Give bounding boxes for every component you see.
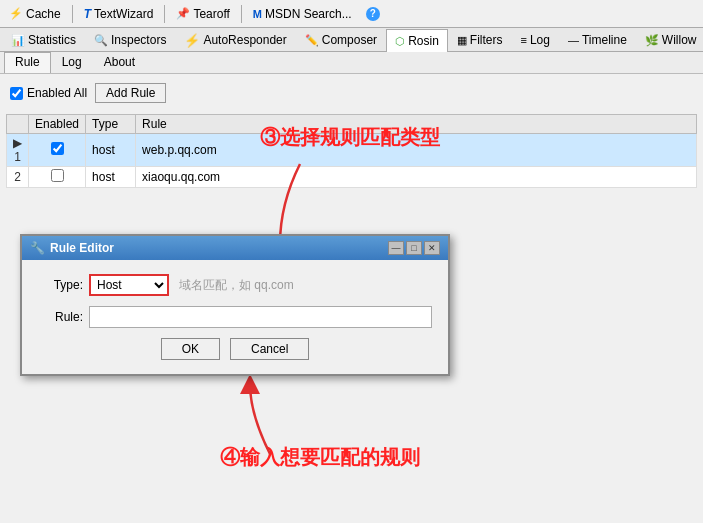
- rule-input[interactable]: [89, 306, 432, 328]
- dialog-controls: — □ ✕: [388, 241, 440, 255]
- cancel-button[interactable]: Cancel: [230, 338, 309, 360]
- tab-rosin[interactable]: ⬡ Rosin: [386, 29, 448, 52]
- dialog-buttons: OK Cancel: [38, 338, 432, 364]
- willow-icon: 🌿: [645, 34, 659, 47]
- dialog-type-row: Type: Host URL Regex 域名匹配，如 qq.com: [38, 274, 432, 296]
- toolbar-tearoff[interactable]: 📌 Tearoff: [171, 5, 234, 23]
- table-header-row: Enabled Type Rule: [7, 115, 697, 134]
- row-type-2: host: [86, 167, 136, 188]
- toolbar-textwizard[interactable]: T TextWizard: [79, 5, 159, 23]
- rules-table: Enabled Type Rule ▶ 1 host web.p.qq.com …: [6, 114, 697, 188]
- tearoff-icon: 📌: [176, 7, 190, 20]
- toolbar: ⚡ Cache T TextWizard 📌 Tearoff M MSDN Se…: [0, 0, 703, 28]
- composer-icon: ✏️: [305, 34, 319, 47]
- main-tabbar: 📊 Statistics 🔍 Inspectors ⚡ AutoResponde…: [0, 28, 703, 52]
- dialog-minimize-button[interactable]: —: [388, 241, 404, 255]
- rosin-icon: ⬡: [395, 35, 405, 48]
- table-row[interactable]: 2 host xiaoqu.qq.com: [7, 167, 697, 188]
- subtab-about[interactable]: About: [93, 52, 146, 73]
- row-enabled-2[interactable]: [29, 167, 86, 188]
- subtab-log[interactable]: Log: [51, 52, 93, 73]
- dialog-title-text: Rule Editor: [50, 241, 114, 255]
- toolbar-cache[interactable]: ⚡ Cache: [4, 5, 66, 23]
- help-icon: ?: [366, 7, 380, 21]
- ok-button[interactable]: OK: [161, 338, 220, 360]
- subtab-rule[interactable]: Rule: [4, 52, 51, 73]
- inspectors-icon: 🔍: [94, 34, 108, 47]
- timeline-icon: —: [568, 34, 579, 46]
- dialog-body: Type: Host URL Regex 域名匹配，如 qq.com Rule:: [22, 260, 448, 374]
- rule-editor-dialog: 🔧 Rule Editor — □ ✕ Type: Host URL: [20, 234, 450, 376]
- toolbar-help[interactable]: ?: [361, 5, 385, 23]
- msdnsearch-icon: M: [253, 8, 262, 20]
- col-rule: Rule: [136, 115, 697, 134]
- tab-inspectors[interactable]: 🔍 Inspectors: [85, 28, 175, 51]
- add-rule-button[interactable]: Add Rule: [95, 83, 166, 103]
- statistics-icon: 📊: [11, 34, 25, 47]
- separator-2: [164, 5, 165, 23]
- type-select[interactable]: Host URL Regex: [89, 274, 169, 296]
- dialog-icon: 🔧: [30, 241, 45, 255]
- content-area: Enabled All Add Rule Enabled Type Rule ▶…: [0, 74, 703, 523]
- main-panel: Rule Log About Enabled All Add Rule: [0, 52, 703, 523]
- log-icon: ≡: [520, 34, 526, 46]
- tab-filters[interactable]: ▦ Filters: [448, 28, 512, 51]
- dialog-close-button[interactable]: ✕: [424, 241, 440, 255]
- dialog-titlebar: 🔧 Rule Editor — □ ✕: [22, 236, 448, 260]
- toolbar-msdnsearch[interactable]: M MSDN Search...: [248, 5, 357, 23]
- row-rule-1: web.p.qq.com: [136, 134, 697, 167]
- row-type-1: host: [86, 134, 136, 167]
- tab-statistics[interactable]: 📊 Statistics: [2, 28, 85, 51]
- row-num-2: 2: [7, 167, 29, 188]
- type-label: Type:: [38, 278, 83, 292]
- autoresponder-icon: ⚡: [184, 33, 200, 48]
- row-num-1: ▶ 1: [7, 134, 29, 167]
- separator-1: [72, 5, 73, 23]
- dialog-title-left: 🔧 Rule Editor: [30, 241, 114, 255]
- table-row[interactable]: ▶ 1 host web.p.qq.com: [7, 134, 697, 167]
- separator-3: [241, 5, 242, 23]
- enable-all-label[interactable]: Enabled All: [10, 86, 87, 100]
- dialog-maximize-button[interactable]: □: [406, 241, 422, 255]
- rule-label: Rule:: [38, 310, 83, 324]
- col-num: [7, 115, 29, 134]
- enable-all-checkbox[interactable]: [10, 87, 23, 100]
- textwizard-icon: T: [84, 7, 91, 21]
- sub-tabbar: Rule Log About: [0, 52, 703, 74]
- row-rule-2: xiaoqu.qq.com: [136, 167, 697, 188]
- enabled-checkbox-1[interactable]: [51, 142, 64, 155]
- tab-timeline[interactable]: — Timeline: [559, 28, 636, 51]
- col-type: Type: [86, 115, 136, 134]
- tab-composer[interactable]: ✏️ Composer: [296, 28, 386, 51]
- enabled-checkbox-2[interactable]: [51, 169, 64, 182]
- type-hint: 域名匹配，如 qq.com: [179, 277, 294, 294]
- arrow-2: [200, 374, 320, 474]
- annotation-enter-rule: ④输入想要匹配的规则: [220, 444, 420, 471]
- tab-log[interactable]: ≡ Log: [511, 28, 558, 51]
- cache-icon: ⚡: [9, 7, 23, 20]
- tab-autoresponder[interactable]: ⚡ AutoResponder: [175, 28, 295, 51]
- dialog-rule-row: Rule:: [38, 306, 432, 328]
- tab-willow[interactable]: 🌿 Willow: [636, 28, 703, 51]
- enable-all-row: Enabled All Add Rule: [6, 80, 697, 106]
- filters-icon: ▦: [457, 34, 467, 47]
- col-enabled: Enabled: [29, 115, 86, 134]
- row-enabled-1[interactable]: [29, 134, 86, 167]
